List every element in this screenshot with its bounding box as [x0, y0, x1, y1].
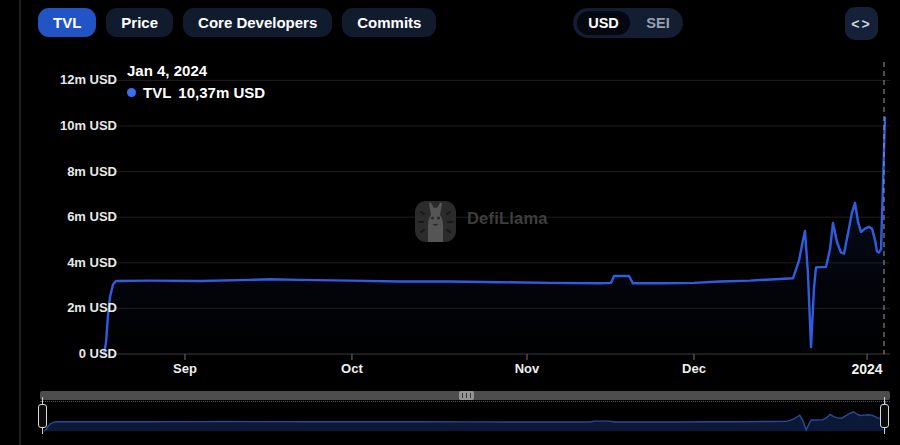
- watermark-label: DefiLlama: [467, 209, 548, 228]
- defillama-watermark: DefiLlama: [413, 192, 548, 244]
- scrollbar-grip-icon[interactable]: [459, 391, 474, 400]
- chart-tooltip: Jan 4, 2024 TVL 10,37m USD: [127, 62, 265, 101]
- brush-border: [40, 401, 890, 402]
- y-axis-tick-label: 0 USD: [0, 345, 117, 363]
- series-dot-icon: [127, 88, 136, 97]
- brush-left-handle[interactable]: [38, 404, 47, 428]
- tooltip-value: 10,37m USD: [178, 84, 265, 101]
- x-axis-tick-label: Sep: [150, 361, 220, 376]
- x-axis-tick-label: Oct: [317, 361, 387, 376]
- y-axis-tick-label: 4m USD: [0, 254, 117, 272]
- x-axis-tick-label: 2024: [832, 361, 900, 377]
- tooltip-date: Jan 4, 2024: [127, 62, 265, 79]
- y-axis-tick-label: 10m USD: [0, 117, 117, 135]
- defillama-llama-icon: [413, 192, 458, 244]
- y-axis-tick-label: 12m USD: [0, 71, 117, 89]
- x-axis-tick-label: Dec: [659, 361, 729, 376]
- tooltip-series-name: TVL: [143, 84, 171, 101]
- y-axis-tick-label: 6m USD: [0, 208, 117, 226]
- llama-head: [428, 203, 443, 242]
- brush-right-handle[interactable]: [880, 404, 889, 428]
- y-axis-tick-label: 8m USD: [0, 163, 117, 181]
- y-axis-tick-label: 2m USD: [0, 299, 117, 317]
- x-axis-tick-label: Nov: [492, 361, 562, 376]
- tvl-chart-widget: TVL Price Core Developers Commits USD SE…: [0, 0, 900, 445]
